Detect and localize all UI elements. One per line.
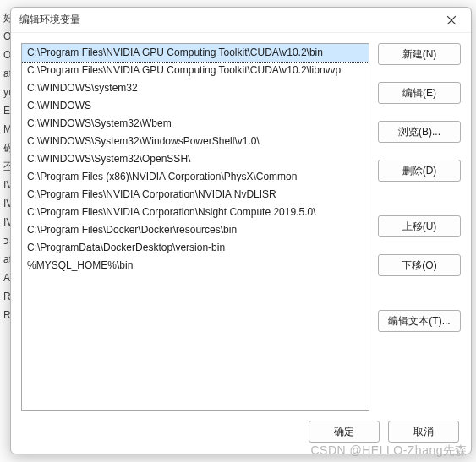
cancel-button[interactable]: 取消: [388, 421, 459, 443]
new-button[interactable]: 新建(N): [378, 43, 461, 65]
edit-environment-variable-dialog: 编辑环境变量 C:\Program Files\NVIDIA GPU Compu…: [10, 7, 472, 454]
list-item[interactable]: C:\WINDOWS: [22, 97, 369, 115]
list-item[interactable]: C:\Program Files\NVIDIA Corporation\NVID…: [22, 186, 369, 204]
browse-button[interactable]: 浏览(B)...: [378, 121, 461, 143]
delete-button[interactable]: 删除(D): [378, 160, 461, 182]
list-item[interactable]: C:\ProgramData\DockerDesktop\version-bin: [22, 239, 369, 257]
dialog-footer: 确定 取消: [11, 416, 471, 454]
list-item[interactable]: C:\WINDOWS\system32: [22, 79, 369, 97]
edit-button[interactable]: 编辑(E): [378, 82, 461, 104]
list-item[interactable]: C:\WINDOWS\System32\Wbem: [22, 115, 369, 133]
list-item[interactable]: C:\WINDOWS\System32\WindowsPowerShell\v1…: [22, 133, 369, 150]
close-button[interactable]: [435, 9, 468, 31]
list-item[interactable]: C:\Program Files (x86)\NVIDIA Corporatio…: [22, 168, 369, 186]
ok-button[interactable]: 确定: [309, 421, 380, 443]
close-icon: [446, 15, 457, 25]
list-item[interactable]: C:\Program Files\Docker\Docker\resources…: [22, 221, 369, 239]
move-down-button[interactable]: 下移(O): [378, 254, 461, 276]
path-listbox[interactable]: C:\Program Files\NVIDIA GPU Computing To…: [21, 43, 369, 411]
edit-text-button[interactable]: 编辑文本(T)...: [378, 310, 461, 332]
list-item[interactable]: C:\WINDOWS\System32\OpenSSH\: [22, 150, 369, 168]
list-item[interactable]: %MYSQL_HOME%\bin: [22, 257, 369, 274]
titlebar: 编辑环境变量: [11, 8, 471, 33]
list-item[interactable]: C:\Program Files\NVIDIA GPU Computing To…: [22, 62, 369, 79]
list-item[interactable]: C:\Program Files\NVIDIA GPU Computing To…: [22, 44, 369, 62]
list-item[interactable]: C:\Program Files\NVIDIA Corporation\Nsig…: [22, 204, 369, 221]
move-up-button[interactable]: 上移(U): [378, 215, 461, 237]
dialog-content: C:\Program Files\NVIDIA GPU Computing To…: [11, 33, 471, 416]
side-button-column: 新建(N) 编辑(E) 浏览(B)... 删除(D) 上移(U) 下移(O) 编…: [378, 43, 461, 411]
dialog-title: 编辑环境变量: [19, 13, 80, 27]
